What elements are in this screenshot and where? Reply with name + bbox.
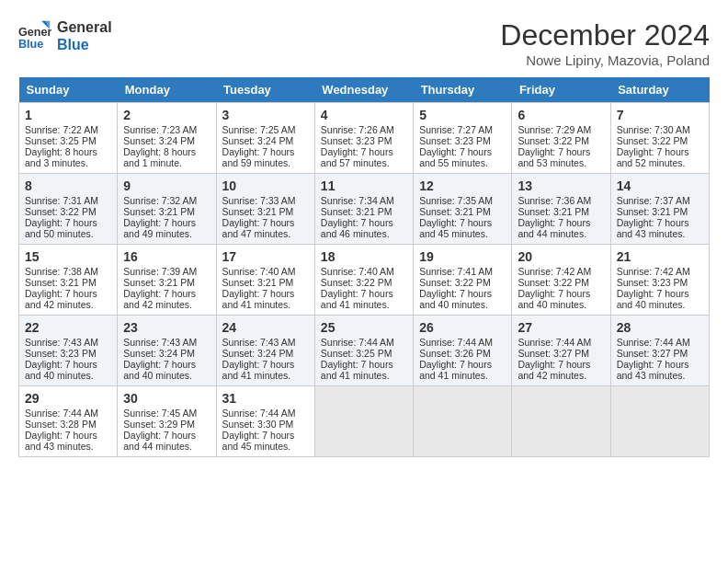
day-number: 12 (419, 178, 506, 193)
calendar-cell: 24Sunrise: 7:43 AMSunset: 3:24 PMDayligh… (216, 316, 314, 386)
sunrise: Sunrise: 7:37 AM (617, 195, 690, 206)
calendar-cell: 20Sunrise: 7:42 AMSunset: 3:22 PMDayligh… (512, 245, 610, 316)
sunrise: Sunrise: 7:45 AM (123, 408, 197, 419)
sunrise: Sunrise: 7:22 AM (25, 124, 98, 135)
col-monday: Monday (118, 77, 216, 103)
week-row-1: 1Sunrise: 7:22 AMSunset: 3:25 PMDaylight… (19, 103, 710, 174)
daylight: Daylight: 7 hours and 45 minutes. (419, 217, 492, 239)
sunrise: Sunrise: 7:44 AM (617, 337, 690, 348)
calendar-cell (414, 386, 512, 457)
sunset: Sunset: 3:25 PM (321, 348, 392, 359)
daylight: Daylight: 7 hours and 40 minutes. (419, 288, 492, 310)
sunset: Sunset: 3:27 PM (617, 348, 688, 359)
col-thursday: Thursday (414, 77, 512, 103)
sunset: Sunset: 3:22 PM (518, 277, 589, 288)
daylight: Daylight: 7 hours and 42 minutes. (518, 359, 590, 381)
sunrise: Sunrise: 7:40 AM (222, 266, 296, 277)
daylight: Daylight: 7 hours and 45 minutes. (222, 430, 295, 452)
col-friday: Friday (512, 77, 610, 103)
day-number: 19 (419, 249, 506, 264)
sunrise: Sunrise: 7:43 AM (222, 337, 296, 348)
daylight: Daylight: 7 hours and 46 minutes. (321, 217, 393, 239)
calendar-table: Sunday Monday Tuesday Wednesday Thursday… (18, 77, 710, 457)
calendar-cell: 22Sunrise: 7:43 AMSunset: 3:23 PMDayligh… (19, 316, 118, 386)
sunrise: Sunrise: 7:39 AM (123, 266, 197, 277)
calendar-cell: 25Sunrise: 7:44 AMSunset: 3:25 PMDayligh… (314, 316, 413, 386)
calendar-cell (512, 386, 610, 457)
sunrise: Sunrise: 7:25 AM (222, 124, 296, 135)
calendar-cell: 9Sunrise: 7:32 AMSunset: 3:21 PMDaylight… (118, 174, 216, 245)
daylight: Daylight: 7 hours and 59 minutes. (222, 146, 295, 168)
day-number: 17 (222, 249, 309, 264)
day-number: 1 (25, 108, 111, 122)
sunset: Sunset: 3:21 PM (25, 277, 97, 288)
day-number: 27 (518, 320, 604, 335)
calendar-cell (610, 386, 709, 457)
calendar-cell: 4Sunrise: 7:26 AMSunset: 3:23 PMDaylight… (314, 103, 413, 174)
sunset: Sunset: 3:22 PM (518, 135, 589, 146)
sunset: Sunset: 3:21 PM (617, 206, 688, 217)
day-number: 22 (25, 320, 111, 335)
calendar-cell: 14Sunrise: 7:37 AMSunset: 3:21 PMDayligh… (610, 174, 709, 245)
day-number: 21 (617, 249, 703, 264)
daylight: Daylight: 7 hours and 57 minutes. (321, 146, 393, 168)
sunset: Sunset: 3:21 PM (222, 206, 294, 217)
daylight: Daylight: 7 hours and 53 minutes. (518, 146, 590, 168)
calendar-cell: 17Sunrise: 7:40 AMSunset: 3:21 PMDayligh… (216, 245, 314, 316)
sunset: Sunset: 3:21 PM (518, 206, 589, 217)
calendar-cell: 31Sunrise: 7:44 AMSunset: 3:30 PMDayligh… (216, 386, 314, 457)
day-number: 18 (321, 249, 407, 264)
day-number: 8 (25, 178, 111, 193)
col-wednesday: Wednesday (314, 77, 413, 103)
location: Nowe Lipiny, Mazovia, Poland (500, 52, 710, 68)
day-number: 29 (25, 391, 111, 406)
daylight: Daylight: 7 hours and 42 minutes. (25, 288, 97, 310)
sunset: Sunset: 3:21 PM (419, 206, 491, 217)
calendar-cell: 11Sunrise: 7:34 AMSunset: 3:21 PMDayligh… (314, 174, 413, 245)
week-row-3: 15Sunrise: 7:38 AMSunset: 3:21 PMDayligh… (19, 245, 710, 316)
day-number: 13 (518, 178, 604, 193)
calendar-cell: 16Sunrise: 7:39 AMSunset: 3:21 PMDayligh… (118, 245, 216, 316)
sunset: Sunset: 3:24 PM (222, 348, 294, 359)
logo: General Blue General Blue (18, 18, 112, 53)
calendar-cell: 2Sunrise: 7:23 AMSunset: 3:24 PMDaylight… (118, 103, 216, 174)
day-number: 26 (419, 320, 506, 335)
daylight: Daylight: 7 hours and 44 minutes. (518, 217, 590, 239)
calendar-cell: 19Sunrise: 7:41 AMSunset: 3:22 PMDayligh… (414, 245, 512, 316)
daylight: Daylight: 7 hours and 52 minutes. (617, 146, 689, 168)
sunrise: Sunrise: 7:32 AM (123, 195, 197, 206)
sunset: Sunset: 3:22 PM (419, 277, 491, 288)
day-number: 24 (222, 320, 309, 335)
title-block: December 2024 Nowe Lipiny, Mazovia, Pola… (500, 18, 710, 68)
calendar-cell: 28Sunrise: 7:44 AMSunset: 3:27 PMDayligh… (610, 316, 709, 386)
day-number: 14 (617, 178, 703, 193)
calendar-header: Sunday Monday Tuesday Wednesday Thursday… (19, 77, 710, 103)
day-number: 20 (518, 249, 604, 264)
sunset: Sunset: 3:21 PM (321, 206, 392, 217)
week-row-5: 29Sunrise: 7:44 AMSunset: 3:28 PMDayligh… (19, 386, 710, 457)
daylight: Daylight: 7 hours and 41 minutes. (222, 288, 295, 310)
daylight: Daylight: 7 hours and 41 minutes. (222, 359, 295, 381)
day-number: 15 (25, 249, 111, 264)
day-number: 3 (222, 108, 309, 122)
daylight: Daylight: 7 hours and 43 minutes. (617, 217, 689, 239)
sunrise: Sunrise: 7:23 AM (123, 124, 197, 135)
day-number: 10 (222, 178, 309, 193)
sunrise: Sunrise: 7:44 AM (419, 337, 493, 348)
sunrise: Sunrise: 7:30 AM (617, 124, 690, 135)
sunrise: Sunrise: 7:36 AM (518, 195, 591, 206)
day-number: 31 (222, 391, 309, 406)
calendar-cell: 5Sunrise: 7:27 AMSunset: 3:23 PMDaylight… (414, 103, 512, 174)
col-sunday: Sunday (19, 77, 118, 103)
sunrise: Sunrise: 7:35 AM (419, 195, 493, 206)
sunrise: Sunrise: 7:29 AM (518, 124, 591, 135)
logo-icon: General Blue (18, 19, 51, 52)
daylight: Daylight: 7 hours and 43 minutes. (617, 359, 689, 381)
day-number: 5 (419, 108, 506, 122)
calendar-cell: 6Sunrise: 7:29 AMSunset: 3:22 PMDaylight… (512, 103, 610, 174)
calendar-cell: 18Sunrise: 7:40 AMSunset: 3:22 PMDayligh… (314, 245, 413, 316)
sunset: Sunset: 3:27 PM (518, 348, 589, 359)
sunrise: Sunrise: 7:26 AM (321, 124, 394, 135)
sunrise: Sunrise: 7:44 AM (25, 408, 98, 419)
daylight: Daylight: 7 hours and 40 minutes. (617, 288, 689, 310)
